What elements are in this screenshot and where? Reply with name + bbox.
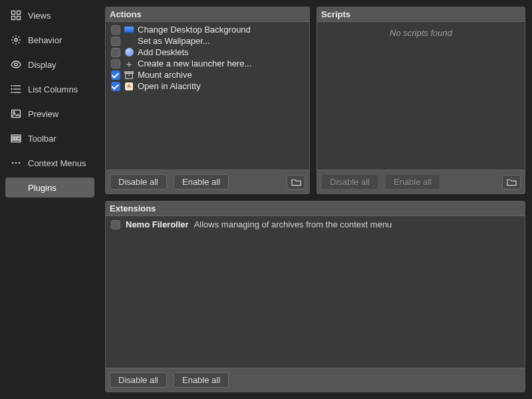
globe-icon (124, 48, 134, 57)
gear-icon (11, 35, 21, 45)
main-content: Actions Change Desktop Background Set as… (100, 0, 532, 399)
svg-rect-2 (12, 17, 15, 20)
checkbox[interactable] (111, 82, 120, 91)
svg-point-10 (11, 89, 12, 90)
action-label: Change Desktop Background (138, 25, 251, 35)
checkbox[interactable] (111, 220, 120, 229)
extensions-disable-all-button[interactable]: Disable all (110, 372, 167, 388)
svg-rect-14 (11, 135, 21, 137)
blank-icon (124, 37, 134, 46)
extensions-panel: Extensions Nemo Fileroller Allows managi… (105, 201, 525, 392)
checkbox[interactable] (111, 48, 120, 57)
eye-icon (11, 59, 21, 70)
svg-rect-18 (11, 140, 21, 142)
action-row[interactable]: Mount archive (110, 69, 305, 80)
extension-description: Allows managing of archives from the con… (194, 219, 392, 229)
extensions-panel-title: Extensions (106, 201, 525, 216)
desktop-icon (124, 25, 134, 35)
sidebar-item-label: Plugins (28, 183, 57, 193)
sidebar-item-behavior[interactable]: Behavior (5, 30, 94, 50)
extension-name: Nemo Fileroller (126, 219, 189, 229)
svg-point-13 (13, 112, 15, 113)
checkbox[interactable] (111, 25, 120, 35)
folder-icon (507, 178, 517, 186)
extensions-list: Nemo Fileroller Allows managing of archi… (106, 216, 525, 368)
svg-rect-1 (17, 11, 21, 15)
checkbox[interactable] (111, 37, 120, 46)
scripts-panel-title: Scripts (317, 7, 525, 22)
actions-footer: Disable all Enable all (106, 170, 309, 194)
extensions-enable-all-button[interactable]: Enable all (174, 372, 229, 388)
top-row: Actions Change Desktop Background Set as… (105, 7, 525, 194)
svg-rect-3 (17, 17, 21, 20)
plugin-icon (11, 182, 21, 193)
svg-rect-17 (17, 138, 21, 140)
dots-icon (11, 158, 21, 168)
scripts-disable-all-button[interactable]: Disable all (321, 174, 378, 190)
scripts-enable-all-button[interactable]: Enable all (385, 174, 440, 190)
sidebar-item-label: Behavior (28, 35, 62, 45)
sidebar-item-label: Display (28, 60, 57, 70)
plus-icon: ＋ (124, 59, 134, 68)
toolbar-icon (11, 133, 21, 144)
svg-point-20 (15, 162, 17, 164)
sidebar-item-context-menus[interactable]: Context Menus (5, 153, 94, 173)
action-row[interactable]: Set as Wallpaper... (110, 35, 305, 47)
sidebar-item-display[interactable]: Display (5, 55, 94, 74)
svg-point-21 (19, 162, 21, 164)
actions-panel-title: Actions (106, 7, 309, 22)
actions-open-folder-button[interactable] (287, 175, 305, 190)
svg-point-19 (12, 162, 14, 164)
sidebar-item-toolbar[interactable]: Toolbar (5, 128, 94, 148)
svg-point-4 (15, 39, 18, 42)
action-label: Set as Wallpaper... (138, 36, 210, 46)
sidebar-item-preview[interactable]: Preview (5, 104, 94, 124)
svg-point-9 (11, 86, 12, 86)
scripts-empty-message: No scripts found (321, 24, 521, 38)
svg-rect-16 (15, 138, 17, 140)
svg-rect-15 (11, 138, 13, 140)
sidebar: Views Behavior Display List Columns Prev… (0, 0, 100, 399)
folder-icon (291, 178, 301, 186)
sidebar-item-label: List Columns (28, 84, 78, 94)
actions-panel: Actions Change Desktop Background Set as… (105, 7, 310, 194)
checkbox[interactable] (111, 59, 120, 68)
action-label: Mount archive (138, 70, 192, 80)
terminal-icon: A (124, 82, 134, 91)
action-label: Add Desklets (138, 47, 189, 57)
sidebar-item-list-columns[interactable]: List Columns (5, 79, 94, 99)
actions-disable-all-button[interactable]: Disable all (110, 174, 167, 190)
sidebar-item-views[interactable]: Views (5, 5, 94, 25)
actions-enable-all-button[interactable]: Enable all (174, 174, 229, 190)
checkbox[interactable] (111, 70, 120, 80)
svg-rect-12 (12, 110, 21, 118)
svg-rect-0 (12, 11, 15, 15)
sidebar-item-label: Preview (28, 109, 59, 119)
extensions-footer: Disable all Enable all (106, 368, 525, 392)
sidebar-item-plugins[interactable]: Plugins (5, 178, 94, 198)
scripts-list: No scripts found (317, 22, 525, 170)
list-icon (11, 84, 21, 94)
action-row[interactable]: Add Desklets (110, 47, 305, 58)
action-label: Open in Alacritty (138, 81, 201, 91)
action-row[interactable]: A Open in Alacritty (110, 80, 305, 92)
sidebar-item-label: Views (28, 11, 51, 21)
actions-list: Change Desktop Background Set as Wallpap… (106, 22, 309, 170)
sidebar-item-label: Toolbar (28, 134, 57, 144)
archive-icon (124, 70, 134, 80)
scripts-footer: Disable all Enable all (317, 170, 525, 194)
scripts-open-folder-button[interactable] (502, 175, 521, 190)
action-label: Create a new launcher here... (138, 59, 251, 68)
image-icon (11, 108, 21, 119)
action-row[interactable]: ＋ Create a new launcher here... (110, 58, 305, 69)
grid-icon (11, 10, 21, 21)
extension-row[interactable]: Nemo Fileroller Allows managing of archi… (110, 218, 521, 231)
scripts-panel: Scripts No scripts found Disable all Ena… (317, 7, 525, 194)
svg-point-5 (15, 63, 18, 66)
action-row[interactable]: Change Desktop Background (110, 24, 305, 35)
sidebar-item-label: Context Menus (28, 158, 86, 168)
svg-point-11 (11, 92, 12, 93)
